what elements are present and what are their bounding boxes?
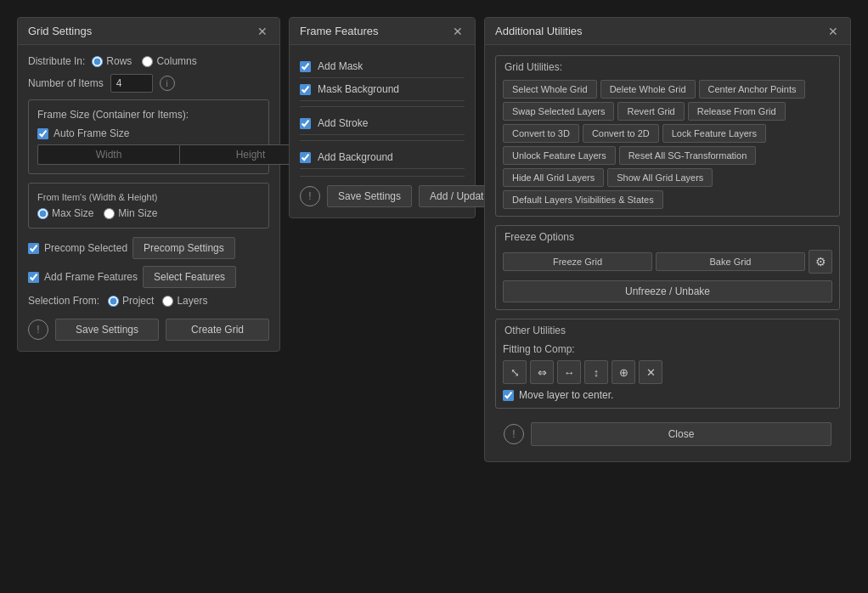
add-mask-label: Add Mask	[318, 60, 363, 72]
additional-utilities-bottom: ! Close	[495, 417, 840, 451]
convert-to-3d-btn[interactable]: Convert to 3D	[503, 124, 579, 143]
create-grid-button[interactable]: Create Grid	[166, 319, 269, 341]
columns-label: Columns	[156, 55, 196, 67]
number-of-items-label: Number of Items	[28, 77, 104, 89]
project-radio-label[interactable]: Project	[108, 295, 154, 307]
rows-radio[interactable]	[92, 56, 103, 67]
fit-icon-4[interactable]: ↕	[584, 360, 608, 384]
grid-settings-header: Grid Settings ✕	[18, 18, 279, 45]
max-size-radio[interactable]	[37, 208, 48, 219]
fit-icon-3[interactable]: ↔	[557, 360, 581, 384]
additional-utilities-title: Additional Utilities	[495, 25, 583, 37]
selection-from-label: Selection From:	[28, 295, 99, 307]
frame-features-title: Frame Features	[300, 25, 378, 37]
fit-icon-5[interactable]: ⊕	[612, 360, 635, 384]
frame-features-panel: Frame Features ✕ Add Mask Mask Backgroun…	[289, 17, 476, 218]
swap-selected-layers-btn[interactable]: Swap Selected Layers	[503, 102, 614, 121]
unlock-feature-layers-btn[interactable]: Unlock Feature Layers	[503, 146, 616, 165]
au-close-button[interactable]: Close	[531, 422, 831, 446]
distribute-radio-group: Rows Columns	[92, 55, 196, 67]
min-size-label[interactable]: Min Size	[104, 207, 157, 219]
from-items-title: From Item's (Width & Height)	[37, 192, 260, 202]
add-stroke-row: Add Stroke	[300, 112, 465, 135]
add-background-row: Add Background	[300, 146, 465, 169]
fit-icon-2[interactable]: ⇔	[530, 360, 554, 384]
max-size-label[interactable]: Max Size	[37, 207, 93, 219]
add-background-checkbox[interactable]	[300, 152, 311, 163]
project-radio[interactable]	[108, 296, 119, 307]
mask-background-checkbox[interactable]	[300, 84, 311, 95]
center-anchor-points-btn[interactable]: Center Anchor Points	[699, 80, 806, 99]
select-whole-grid-btn[interactable]: Select Whole Grid	[503, 80, 597, 99]
bake-grid-btn[interactable]: Bake Grid	[656, 252, 805, 271]
width-field[interactable]	[37, 144, 179, 165]
show-all-grid-layers-btn[interactable]: Show All Grid Layers	[607, 168, 713, 187]
fit-icon-1[interactable]: ⤡	[503, 360, 527, 384]
add-mask-checkbox[interactable]	[300, 61, 311, 72]
frame-size-section: Frame Size (Container for Items): Auto F…	[28, 99, 269, 174]
release-from-grid-btn[interactable]: Release From Grid	[688, 102, 786, 121]
grid-settings-close[interactable]: ✕	[256, 25, 269, 37]
delete-whole-grid-btn[interactable]: Delete Whole Grid	[600, 80, 696, 99]
add-frame-features-row: Add Frame Features Select Features	[28, 266, 269, 288]
unfreeze-unbake-btn[interactable]: Unfreeze / Unbake	[503, 280, 832, 302]
number-of-items-input[interactable]	[110, 74, 153, 93]
move-center-row: Move layer to center.	[503, 389, 832, 401]
other-util-body: Fitting to Comp: ⤡ ⇔ ↔ ↕ ⊕ ✕ Move layer …	[496, 340, 839, 408]
grid-settings-body: Distribute In: Rows Columns Number of It…	[18, 45, 279, 351]
gear-icon-btn[interactable]: ⚙	[809, 250, 832, 274]
add-stroke-label: Add Stroke	[318, 117, 368, 129]
move-layer-to-center-checkbox[interactable]	[503, 390, 514, 401]
number-of-items-info[interactable]: i	[160, 76, 175, 91]
separator1	[300, 106, 465, 107]
additional-utilities-close[interactable]: ✕	[826, 25, 840, 37]
min-size-radio[interactable]	[104, 208, 115, 219]
au-alert-icon[interactable]: !	[504, 424, 524, 444]
revert-grid-btn[interactable]: Revert Grid	[617, 102, 684, 121]
mask-background-label: Mask Background	[318, 83, 399, 95]
dim-fields	[37, 144, 260, 165]
max-size-text: Max Size	[52, 207, 93, 219]
fit-icon-6[interactable]: ✕	[639, 360, 662, 384]
precomp-settings-button[interactable]: Precomp Settings	[132, 237, 235, 259]
convert-to-2d-btn[interactable]: Convert to 2D	[583, 124, 659, 143]
lock-feature-layers-btn[interactable]: Lock Feature Layers	[662, 124, 766, 143]
auto-frame-size-label[interactable]: Auto Frame Size	[37, 127, 260, 139]
auto-frame-size-checkbox[interactable]	[37, 128, 48, 139]
freeze-bake-row: Freeze Grid Bake Grid ⚙	[496, 246, 839, 277]
add-frame-features-checkbox[interactable]	[28, 272, 39, 283]
layers-radio-label[interactable]: Layers	[162, 295, 207, 307]
select-features-button[interactable]: Select Features	[143, 266, 236, 288]
hide-all-grid-layers-btn[interactable]: Hide All Grid Layers	[503, 168, 604, 187]
precomp-row: Precomp Selected Precomp Settings	[28, 237, 269, 259]
frame-size-title: Frame Size (Container for Items):	[37, 109, 260, 121]
add-stroke-checkbox[interactable]	[300, 118, 311, 129]
project-text: Project	[122, 295, 154, 307]
add-frame-features-label[interactable]: Add Frame Features	[28, 271, 138, 283]
additional-utilities-body: Grid Utilities: Select Whole Grid Delete…	[485, 45, 850, 461]
alert-icon[interactable]: !	[28, 319, 48, 340]
add-frame-features-text: Add Frame Features	[44, 271, 138, 283]
layers-radio[interactable]	[162, 296, 173, 307]
precomp-checkbox-label[interactable]: Precomp Selected	[28, 242, 127, 254]
layers-text: Layers	[177, 295, 207, 307]
columns-radio[interactable]	[142, 56, 153, 67]
ff-save-settings-button[interactable]: Save Settings	[327, 185, 412, 207]
distribute-in-row: Distribute In: Rows Columns	[28, 55, 269, 67]
grid-utilities-buttons: Select Whole Grid Delete Whole Grid Cent…	[496, 76, 839, 216]
columns-radio-label[interactable]: Columns	[142, 55, 196, 67]
default-layers-visibilities-btn[interactable]: Default Layers Visibilities & States	[503, 190, 663, 209]
reset-all-sg-btn[interactable]: Reset All SG-Transformation	[619, 146, 757, 165]
fitting-icons-row: ⤡ ⇔ ↔ ↕ ⊕ ✕	[503, 360, 832, 384]
rows-radio-label[interactable]: Rows	[92, 55, 132, 67]
precomp-selected-checkbox[interactable]	[28, 243, 39, 254]
selection-from-row: Selection From: Project Layers	[28, 295, 269, 307]
auto-frame-size-text: Auto Frame Size	[54, 127, 129, 139]
freeze-grid-btn[interactable]: Freeze Grid	[503, 252, 652, 271]
ff-alert-icon[interactable]: !	[300, 186, 320, 206]
additional-utilities-panel: Additional Utilities ✕ Grid Utilities: S…	[484, 17, 851, 462]
grid-settings-title: Grid Settings	[28, 25, 92, 37]
frame-features-close[interactable]: ✕	[451, 25, 465, 37]
save-settings-button[interactable]: Save Settings	[55, 319, 159, 341]
grid-utilities-title: Grid Utilities:	[496, 56, 839, 76]
